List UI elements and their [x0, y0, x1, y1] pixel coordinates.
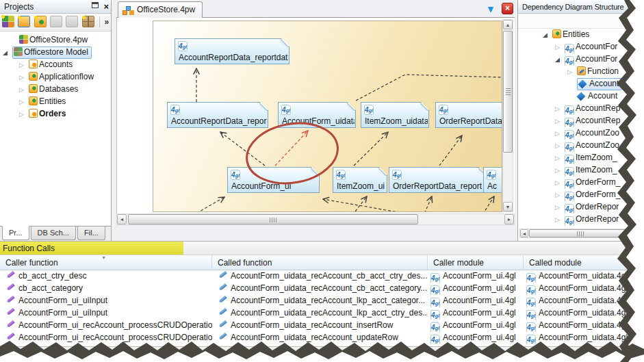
- expand-icon[interactable]: ▷: [555, 165, 565, 177]
- collapse-icon[interactable]: ◢: [543, 29, 552, 41]
- tree-item[interactable]: ▷Orders: [0, 108, 111, 120]
- undock-icon[interactable]: [92, 2, 99, 8]
- tree-item[interactable]: ▷4glOrderRepor: [518, 201, 644, 214]
- dock-tab-pr[interactable]: Pr...: [2, 226, 29, 240]
- expand-icon[interactable]: ▷: [19, 84, 29, 96]
- tree-item[interactable]: ▷Databases: [0, 83, 111, 96]
- expand-icon[interactable]: ▷: [19, 96, 29, 108]
- tree-item[interactable]: ▷4glAccountRep: [518, 103, 644, 115]
- tree-item[interactable]: ▷4glItemZoom_: [518, 152, 644, 164]
- scroll-down-icon[interactable]: ▼: [503, 202, 513, 211]
- scroll-right-icon[interactable]: ►: [504, 214, 514, 224]
- expand-icon[interactable]: ▷: [555, 42, 565, 53]
- expand-icon[interactable]: ▷: [555, 214, 565, 226]
- tree-item-label: OrderForm_: [576, 177, 620, 187]
- tree-item[interactable]: OfficeStore.4pw: [0, 34, 111, 47]
- expand-icon[interactable]: ▷: [555, 202, 565, 214]
- diagram-node-label: Ac: [487, 181, 502, 191]
- expand-icon[interactable]: ▷: [19, 72, 29, 83]
- scroll-left-icon[interactable]: ◄: [520, 229, 528, 237]
- expand-icon[interactable]: ▷: [555, 177, 565, 189]
- tree-item[interactable]: ▷4glAccountZoo: [518, 127, 644, 140]
- diagram-node[interactable]: 4glOrderReportData_: [435, 102, 502, 128]
- scroll-thumb[interactable]: [128, 214, 418, 224]
- toolbar-overflow-icon[interactable]: »: [104, 17, 109, 27]
- dependency-edge: [475, 196, 494, 212]
- new-library-icon[interactable]: [18, 16, 30, 27]
- tree-item[interactable]: Account: [518, 78, 644, 90]
- expand-icon[interactable]: ▷: [555, 103, 565, 115]
- tree-item[interactable]: ▷Entities: [0, 96, 111, 108]
- close-diagram-button[interactable]: ×: [502, 3, 513, 14]
- table-row[interactable]: AccountForm_ui_recAccount_processCRUDOpe…: [0, 320, 644, 332]
- new-project-icon[interactable]: [2, 16, 14, 27]
- diagram-node[interactable]: 4glAccountForm_ui: [227, 167, 320, 193]
- expand-icon[interactable]: ▷: [19, 109, 29, 120]
- table-row[interactable]: AccountForm_ui_recAccount_processCRUDOpe…: [0, 332, 644, 344]
- tree-item[interactable]: ▷4glAccountZoo: [518, 140, 644, 152]
- expand-icon[interactable]: ▷: [555, 128, 565, 140]
- tree-item[interactable]: ▷4glOrderRepor: [518, 214, 644, 226]
- new-module-icon[interactable]: [34, 16, 47, 27]
- dock-tab-fil[interactable]: Fil...: [77, 227, 105, 240]
- expand-icon[interactable]: ▷: [555, 153, 565, 164]
- tree-item[interactable]: ◢Officestore Model: [0, 47, 111, 59]
- open-folder-icon[interactable]: [50, 16, 62, 27]
- tree-item[interactable]: Account: [518, 90, 644, 103]
- table-row[interactable]: cb_acct_ctry_descAccountForm_uidata_recA…: [0, 270, 644, 283]
- 4gl-file-icon: 4gl: [487, 170, 496, 180]
- diagram-node[interactable]: 4glAccountReportData_reportdata: [175, 38, 289, 64]
- table-row[interactable]: AccountForm_ui_uiInputAccountForm_uidata…: [0, 295, 644, 307]
- expand-icon[interactable]: ▷: [567, 66, 577, 78]
- expand-icon[interactable]: ▷: [555, 140, 565, 152]
- package-icon[interactable]: [82, 16, 94, 27]
- scroll-up-icon[interactable]: ▲: [503, 20, 513, 29]
- selected-tree-row: Account: [577, 78, 622, 90]
- diagram-node[interactable]: 4glAccountReportData_report: [167, 102, 268, 128]
- tree-item[interactable]: ▷Applicationflow: [0, 71, 111, 83]
- collapse-icon[interactable]: ◢: [3, 47, 12, 59]
- caller-module-cell: 4glAccountForm_ui.4gl: [428, 332, 524, 344]
- canvas-horizontal-scrollbar[interactable]: ◄ ►: [116, 214, 515, 225]
- open-folder-icon[interactable]: [66, 16, 78, 27]
- scroll-thumb[interactable]: [529, 229, 632, 237]
- expand-icon[interactable]: ▷: [19, 60, 29, 71]
- called-function: AccountForm_uidata_recAccount_lkp_acct_c…: [231, 308, 428, 318]
- filter-icon[interactable]: ▼: [486, 3, 495, 14]
- tree-item[interactable]: ▷4glOrderForm_: [518, 189, 644, 201]
- tree-item-label: OfficeStore.4pw: [29, 35, 88, 44]
- expand-icon[interactable]: ▷: [555, 116, 565, 127]
- scroll-thumb[interactable]: [503, 31, 513, 153]
- column-header-caller-module[interactable]: Caller module: [428, 255, 524, 270]
- dock-tab-dbsch[interactable]: DB Sch...: [31, 227, 76, 240]
- tree-item[interactable]: ◢4glAccountFor: [518, 53, 644, 66]
- diagram-node[interactable]: 4glItemZoom_ui: [333, 167, 387, 193]
- tree-item[interactable]: ▷4glAccountRep: [518, 115, 644, 127]
- table-row[interactable]: AccountForm_ui_uiInputAccountForm_uidata…: [0, 307, 644, 320]
- table-row[interactable]: cb_acct_categoryAccountForm_uidata_recAc…: [0, 283, 644, 295]
- tree-item[interactable]: ▷4glOrderForm_: [518, 177, 644, 189]
- canvas-vertical-scrollbar[interactable]: ▲ ▼: [502, 19, 513, 212]
- toolbar-separator: [99, 16, 100, 27]
- close-icon[interactable]: ×: [103, 1, 109, 12]
- diagram-node[interactable]: 4glAc: [483, 167, 502, 193]
- column-header-caller-function[interactable]: Caller function: [0, 255, 212, 270]
- scroll-left-icon[interactable]: ◄: [117, 214, 127, 224]
- tree-item[interactable]: ▷Function: [518, 66, 644, 78]
- tree-item-label: AccountRep: [576, 116, 620, 125]
- tree-item[interactable]: ▷4glAccountFor: [518, 41, 644, 53]
- structure-horizontal-scrollbar[interactable]: ◄: [519, 229, 643, 238]
- tree-item[interactable]: ▷4glItemZoom_: [518, 164, 644, 177]
- 4gl-file-icon: 4gl: [526, 285, 536, 295]
- diagram-node[interactable]: 4glItemZoom_uidata: [361, 102, 429, 128]
- tree-item[interactable]: ◢Entities: [518, 29, 644, 41]
- diagram-node[interactable]: 4glAccountForm_uidata: [278, 102, 356, 128]
- column-header-called-module[interactable]: Called module: [524, 255, 640, 270]
- diagram-canvas: 4glAccountReportData_reportdata4glAccoun…: [116, 18, 515, 214]
- column-header-called-function[interactable]: Called function: [212, 255, 428, 270]
- diagram-node[interactable]: 4glOrderReportData_report: [389, 167, 487, 193]
- tab-officestore-diagram[interactable]: OfficeStore.4pw: [118, 1, 203, 18]
- collapse-icon[interactable]: ◢: [555, 54, 565, 66]
- tree-item[interactable]: ▷Accounts: [0, 59, 111, 71]
- expand-icon[interactable]: ▷: [555, 190, 565, 201]
